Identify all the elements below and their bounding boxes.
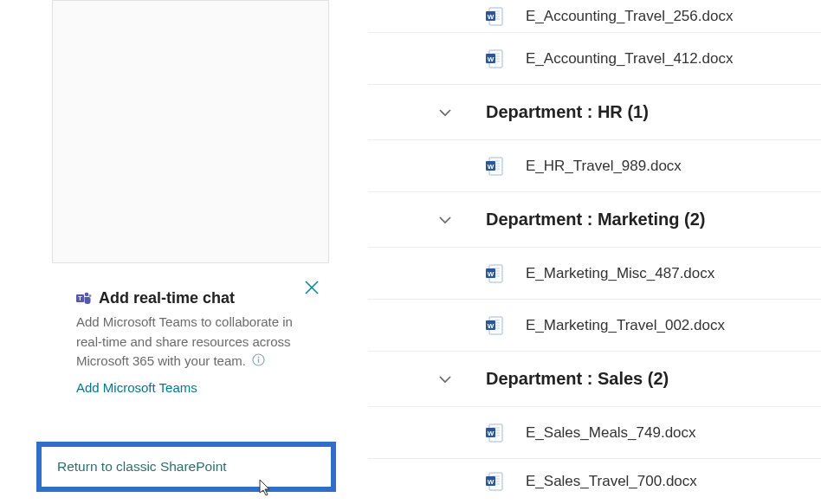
file-row[interactable]: W E_Accounting_Travel_256.docx: [368, 0, 821, 33]
group-header-hr[interactable]: Department : HR (1): [368, 85, 821, 140]
svg-text:W: W: [488, 321, 495, 329]
file-row[interactable]: W E_Sales_Travel_700.docx: [368, 459, 821, 504]
chevron-down-icon: [437, 372, 453, 387]
file-name: E_Marketing_Misc_487.docx: [526, 265, 714, 282]
word-file-icon: W: [485, 49, 504, 68]
group-count: 1: [633, 102, 643, 121]
promo-description: Add Microsoft Teams to collaborate in re…: [76, 313, 312, 372]
file-name: E_Sales_Travel_700.docx: [526, 473, 697, 490]
group-count: 2: [690, 210, 700, 229]
group-title-value: Sales: [598, 369, 643, 388]
file-row[interactable]: W E_Marketing_Travel_002.docx: [368, 300, 821, 352]
svg-rect-8: [258, 359, 259, 363]
return-classic-link[interactable]: Return to classic SharePoint: [57, 459, 227, 474]
svg-text:W: W: [488, 429, 495, 436]
file-name: E_HR_Travel_989.docx: [526, 158, 682, 175]
file-row[interactable]: W E_Accounting_Travel_412.docx: [368, 33, 821, 85]
svg-text:W: W: [488, 12, 495, 20]
group-title-value: HR: [598, 102, 623, 121]
return-classic-highlight: Return to classic SharePoint: [36, 442, 336, 492]
sidebar-empty-panel: [52, 0, 329, 263]
svg-text:W: W: [488, 269, 495, 277]
group-title: Department : HR (1): [486, 102, 649, 122]
svg-point-4: [85, 292, 89, 296]
svg-text:W: W: [488, 478, 495, 486]
word-file-icon: W: [485, 423, 504, 443]
group-header-sales[interactable]: Department : Sales (2): [368, 352, 821, 407]
file-name: E_Accounting_Travel_256.docx: [526, 8, 733, 25]
group-title-prefix: Department :: [486, 102, 592, 121]
word-file-icon: W: [485, 472, 504, 491]
word-file-icon: W: [485, 7, 504, 26]
svg-point-5: [88, 294, 91, 296]
svg-text:W: W: [488, 162, 495, 170]
group-title-prefix: Department :: [486, 369, 592, 388]
group-title-prefix: Department :: [486, 210, 592, 229]
group-header-marketing[interactable]: Department : Marketing (2): [368, 192, 821, 248]
file-row[interactable]: W E_Marketing_Misc_487.docx: [368, 248, 821, 300]
group-title: Department : Marketing (2): [486, 210, 705, 229]
svg-text:T: T: [78, 295, 82, 301]
file-name: E_Accounting_Travel_412.docx: [526, 50, 733, 68]
teams-icon: T: [76, 291, 92, 307]
teams-promo-card: T Add real-time chat Add Microsoft Teams…: [52, 274, 329, 404]
promo-title: Add real-time chat: [99, 289, 235, 307]
group-title-value: Marketing: [598, 210, 679, 229]
svg-text:W: W: [488, 55, 495, 62]
group-count: 2: [653, 369, 663, 388]
word-file-icon: W: [485, 264, 504, 283]
file-name: E_Marketing_Travel_002.docx: [526, 317, 725, 334]
info-icon[interactable]: [252, 352, 265, 372]
group-title: Department : Sales (2): [486, 369, 669, 389]
word-file-icon: W: [485, 316, 504, 335]
svg-point-7: [258, 356, 260, 358]
file-row[interactable]: W E_Sales_Meals_749.docx: [368, 407, 821, 459]
file-name: E_Sales_Meals_749.docx: [526, 424, 696, 442]
document-list: W E_Accounting_Travel_256.docx W E_Accou…: [368, 0, 821, 504]
chevron-down-icon: [437, 105, 453, 120]
chevron-down-icon: [437, 212, 453, 228]
word-file-icon: W: [485, 157, 504, 176]
add-teams-link[interactable]: Add Microsoft Teams: [76, 380, 312, 395]
close-icon[interactable]: [303, 279, 320, 300]
file-row[interactable]: W E_HR_Travel_989.docx: [368, 140, 821, 192]
